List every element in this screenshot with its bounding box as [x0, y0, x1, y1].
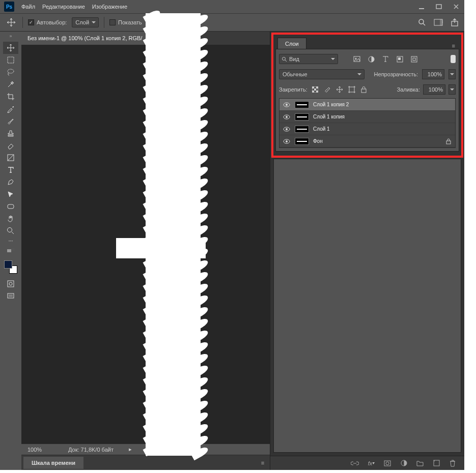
hand-tool[interactable]	[3, 213, 18, 225]
layer-name[interactable]: Слой 1 копия 2	[313, 102, 452, 107]
pen-tool[interactable]	[3, 176, 18, 188]
lock-artboard-icon[interactable]	[347, 85, 356, 94]
share-icon[interactable]	[450, 18, 459, 27]
zoom-level[interactable]: 100%	[27, 447, 58, 453]
fill-value[interactable]: 100%	[423, 84, 445, 95]
lock-label: Закрепить:	[279, 86, 307, 93]
filter-smart-icon[interactable]	[409, 54, 418, 64]
layer-style-icon[interactable]: fx▾	[367, 459, 376, 468]
svg-rect-27	[316, 86, 318, 88]
bottom-panel-tabs: Шкала времени ≡	[21, 455, 270, 470]
menu-file[interactable]: Файл	[21, 4, 35, 10]
svg-rect-28	[314, 88, 316, 91]
svg-rect-4	[440, 19, 442, 25]
link-layers-icon[interactable]	[350, 459, 359, 468]
adjustment-layer-icon[interactable]	[399, 459, 408, 468]
canvas[interactable]	[21, 45, 270, 444]
menu-edit[interactable]: Редактирование	[42, 4, 85, 10]
filter-toggle[interactable]	[451, 55, 456, 63]
svg-point-34	[286, 104, 288, 106]
filter-adjustment-icon[interactable]	[367, 54, 376, 64]
svg-rect-26	[312, 86, 314, 88]
marquee-tool[interactable]	[3, 54, 18, 66]
magic-wand-tool[interactable]	[3, 78, 18, 91]
filter-label: Вид	[289, 56, 299, 62]
eyedropper-tool[interactable]	[3, 103, 18, 115]
panel-menu-icon[interactable]: ≡	[448, 43, 459, 49]
lock-pixels-icon[interactable]	[323, 85, 332, 94]
new-layer-icon[interactable]	[432, 459, 441, 468]
maximize-button[interactable]	[435, 3, 443, 11]
layer-mask-icon[interactable]	[383, 459, 392, 468]
lock-position-icon[interactable]	[335, 85, 344, 94]
layer-row[interactable]: Слой 1 копия	[279, 111, 455, 123]
foreground-color-swatch[interactable]	[4, 260, 12, 269]
move-tool-preset[interactable]	[5, 16, 17, 28]
lasso-tool[interactable]	[3, 66, 18, 78]
layer-name[interactable]: Слой 1	[313, 126, 452, 132]
auto-select-target[interactable]: Слой	[72, 17, 99, 27]
workspace-switcher-icon[interactable]	[434, 18, 443, 27]
menu-bar: Ps Файл Редактирование Изображение	[0, 0, 464, 13]
timeline-tab[interactable]: Шкала времени	[23, 457, 83, 469]
expand-panels-icon[interactable]: »	[8, 33, 14, 40]
lock-transparency-icon[interactable]	[311, 85, 320, 94]
move-tool[interactable]	[3, 42, 18, 54]
layers-tab[interactable]: Слои	[277, 38, 306, 49]
divider	[22, 17, 23, 28]
search-icon	[282, 56, 287, 62]
visibility-icon[interactable]	[283, 101, 291, 109]
document-info[interactable]: Док: 71,8K/0 байт	[68, 447, 114, 453]
crop-tool[interactable]	[3, 91, 18, 103]
menu-image[interactable]: Изображение	[92, 4, 127, 10]
screen-mode-tool[interactable]	[3, 290, 18, 302]
auto-select-checkbox[interactable]: ✓ Автовыбор:	[28, 19, 67, 25]
visibility-icon[interactable]	[283, 113, 291, 121]
fill-dropdown[interactable]	[449, 84, 456, 95]
layer-row[interactable]: Фон	[279, 135, 455, 147]
filter-shape-icon[interactable]	[395, 54, 404, 64]
layer-filter-select[interactable]: Вид	[279, 54, 338, 64]
svg-rect-29	[312, 91, 314, 93]
opacity-value[interactable]: 100%	[422, 69, 444, 79]
status-arrow-icon[interactable]: ▸	[129, 446, 132, 453]
close-button[interactable]	[452, 3, 460, 11]
document-tab[interactable]: Без имени-1 @ 100% (Слой 1 копия 2, RGB/	[21, 32, 149, 45]
svg-rect-16	[9, 294, 13, 297]
opacity-dropdown[interactable]	[449, 69, 456, 79]
opacity-label: Непрозрачность:	[374, 71, 418, 77]
minimize-button[interactable]	[417, 3, 426, 11]
eraser-tool[interactable]	[3, 139, 18, 152]
blend-mode-select[interactable]: Обычные	[279, 69, 365, 79]
shape-tool[interactable]	[3, 200, 18, 213]
svg-point-43	[386, 462, 389, 465]
gradient-tool[interactable]	[3, 152, 18, 164]
layer-row[interactable]: Слой 1 копия 2	[279, 99, 455, 111]
more-tools-icon[interactable]: ···	[3, 237, 18, 244]
panel-menu-icon[interactable]: ≡	[256, 460, 270, 466]
path-selection-tool[interactable]	[3, 188, 18, 200]
show-transform-checkbox[interactable]: Показать	[109, 19, 142, 25]
layer-name[interactable]: Слой 1 копия	[313, 114, 452, 120]
color-swatches[interactable]	[3, 259, 18, 275]
delete-layer-icon[interactable]	[448, 459, 457, 468]
svg-rect-31	[349, 87, 354, 92]
quick-mask-tool[interactable]	[3, 278, 18, 290]
visibility-icon[interactable]	[283, 125, 291, 133]
svg-rect-22	[398, 57, 401, 60]
layer-name[interactable]: Фон	[313, 138, 441, 144]
zoom-tool[interactable]	[3, 225, 18, 237]
visibility-icon[interactable]	[283, 137, 291, 145]
brush-tool[interactable]	[3, 115, 18, 127]
svg-rect-1	[436, 5, 441, 9]
layer-group-icon[interactable]	[415, 459, 425, 468]
layer-row[interactable]: Слой 1	[279, 123, 455, 135]
svg-point-36	[286, 116, 288, 118]
lock-all-icon[interactable]	[359, 85, 369, 94]
search-icon[interactable]	[417, 18, 427, 27]
filter-pixel-icon[interactable]	[352, 54, 361, 64]
filter-type-icon[interactable]	[381, 54, 390, 64]
stamp-tool[interactable]	[3, 127, 18, 139]
edit-toolbar[interactable]	[3, 244, 18, 256]
type-tool[interactable]	[3, 164, 18, 176]
